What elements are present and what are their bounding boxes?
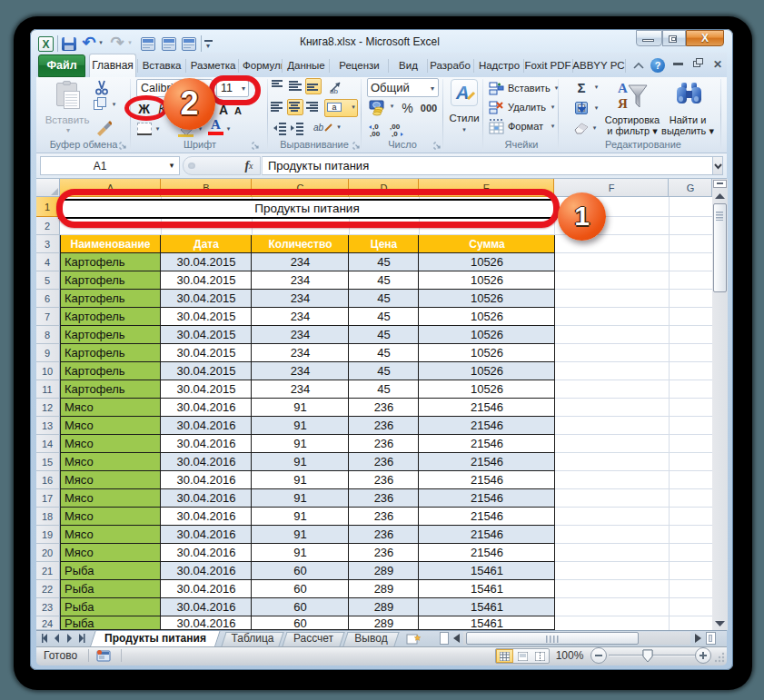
svg-text:Я: Я [618,96,628,111]
svg-text:,00: ,00 [370,130,381,137]
svg-text:ab: ab [330,87,338,94]
svg-text:А: А [618,81,628,95]
svg-text:,0: ,0 [392,130,398,137]
svg-text:ab: ab [313,123,324,133]
svg-text:A: A [455,83,469,103]
